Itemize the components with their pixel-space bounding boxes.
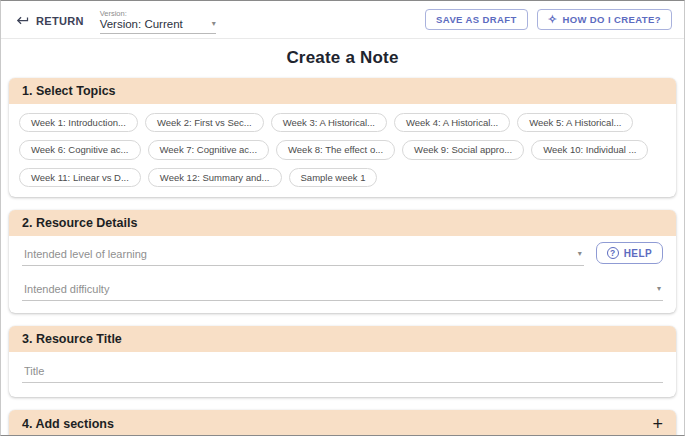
help-label: HELP <box>624 248 652 259</box>
intended-difficulty-placeholder: Intended difficulty <box>24 283 109 295</box>
topic-chip[interactable]: Week 7: Cognitive ac... <box>148 140 270 159</box>
intended-level-placeholder: Intended level of learning <box>24 248 147 260</box>
help-circle-icon: ? <box>607 247 619 259</box>
select-topics-header: 1. Select Topics <box>9 78 676 104</box>
add-sections-header: 4. Add sections + <box>9 410 676 436</box>
topic-chip-list: Week 1: Introduction... Week 2: First vs… <box>9 104 676 197</box>
resource-title-card: 3. Resource Title <box>9 326 676 397</box>
version-floating-label: Version: <box>100 9 216 18</box>
save-as-draft-button[interactable]: SAVE AS DRAFT <box>425 9 528 30</box>
return-button[interactable]: RETURN <box>15 13 84 28</box>
topic-chip[interactable]: Sample week 1 <box>289 168 378 187</box>
how-do-i-create-label: HOW DO I CREATE? <box>562 14 661 25</box>
version-select[interactable]: Version: Version: Current ▾ <box>100 7 216 34</box>
topic-chip[interactable]: Week 6: Cognitive ac... <box>19 140 141 159</box>
resource-title-header: 3. Resource Title <box>9 326 676 352</box>
sparkle-icon: ✧ <box>548 14 558 25</box>
caret-down-icon: ▾ <box>212 20 216 28</box>
add-section-button[interactable]: + <box>652 417 663 431</box>
topic-chip[interactable]: Week 3: A Historical... <box>271 113 387 132</box>
caret-down-icon: ▾ <box>578 250 582 258</box>
intended-difficulty-select[interactable]: Intended difficulty ▾ <box>22 275 663 301</box>
return-arrow-icon <box>15 13 30 28</box>
add-sections-card: 4. Add sections + Section 1 ↑ ↓ <box>9 410 676 436</box>
return-label: RETURN <box>36 15 84 27</box>
page-title: Create a Note <box>1 48 684 68</box>
resource-details-header: 2. Resource Details <box>9 210 676 236</box>
resource-title-body <box>9 352 676 397</box>
caret-down-icon: ▾ <box>657 285 661 293</box>
toolbar: RETURN Version: Version: Current ▾ SAVE … <box>1 1 684 39</box>
resource-details-card: 2. Resource Details Intended level of le… <box>9 210 676 313</box>
add-sections-title: 4. Add sections <box>22 417 114 431</box>
intended-level-select[interactable]: Intended level of learning ▾ <box>22 240 584 266</box>
topic-chip[interactable]: Week 10: Individual ... <box>531 140 648 159</box>
version-value: Version: Current <box>100 18 183 30</box>
topic-chip[interactable]: Week 2: First vs Sec... <box>145 113 264 132</box>
topic-chip[interactable]: Week 11: Linear vs D... <box>19 168 141 187</box>
create-note-page: RETURN Version: Version: Current ▾ SAVE … <box>0 0 685 436</box>
title-input[interactable] <box>22 360 663 383</box>
resource-title-title: 3. Resource Title <box>22 332 122 346</box>
select-topics-card: 1. Select Topics Week 1: Introduction...… <box>9 78 676 197</box>
help-button[interactable]: ? HELP <box>596 242 663 264</box>
topic-chip[interactable]: Week 12: Summary and... <box>148 168 282 187</box>
topic-chip[interactable]: Week 8: The effect o... <box>276 140 395 159</box>
resource-details-body: Intended level of learning ▾ ? HELP Inte… <box>9 236 676 313</box>
topic-chip[interactable]: Week 9: Social appro... <box>402 140 524 159</box>
how-do-i-create-button[interactable]: ✧ HOW DO I CREATE? <box>537 9 672 30</box>
topic-chip[interactable]: Week 1: Introduction... <box>19 113 138 132</box>
topic-chip[interactable]: Week 5: A Historical... <box>517 113 633 132</box>
topic-chip[interactable]: Week 4: A Historical... <box>394 113 510 132</box>
resource-details-title: 2. Resource Details <box>22 216 137 230</box>
save-as-draft-label: SAVE AS DRAFT <box>436 14 517 25</box>
select-topics-title: 1. Select Topics <box>22 84 116 98</box>
